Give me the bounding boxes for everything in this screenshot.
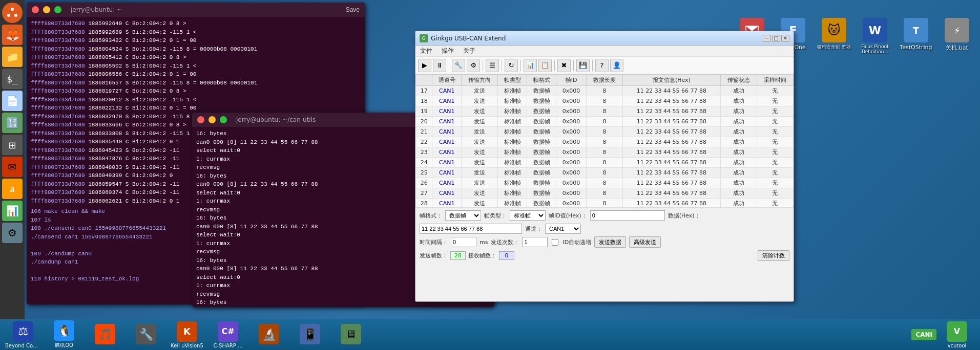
toolbar-play[interactable]: ▶ <box>418 59 431 72</box>
row-format: 数据帧 <box>527 137 556 147</box>
terminal-main-maximize[interactable] <box>54 6 61 13</box>
col-index <box>416 75 432 86</box>
terminal-second-minimize[interactable] <box>208 116 216 123</box>
advanced-send-button[interactable]: 高级发送 <box>629 236 661 248</box>
launcher-amazon[interactable]: a <box>2 179 23 199</box>
taskbar-qq[interactable]: 🐧 腾讯QQ <box>46 320 82 349</box>
toolbar-list[interactable]: ☰ <box>486 59 499 72</box>
launcher-mail[interactable]: ✉ <box>2 157 23 177</box>
row-len: 8 <box>586 188 622 199</box>
data-input[interactable] <box>420 224 522 234</box>
launcher-ubuntu[interactable] <box>2 3 23 23</box>
col-time: 采样时间 <box>757 75 793 86</box>
launcher-terminal[interactable]: $_ <box>2 69 23 89</box>
row-dir: 发送 <box>462 137 498 147</box>
taskbar-app9[interactable]: 🖥 <box>333 324 369 345</box>
launcher-firefox[interactable]: 🦊 <box>2 25 23 45</box>
toolbar-sep-7 <box>592 60 593 71</box>
taskbar-music[interactable]: 🎵 <box>87 324 123 345</box>
terminal-line-8: ffff8800733d7680 1886016557 S Bo:2:004:2… <box>31 79 361 88</box>
time-input[interactable] <box>451 237 476 247</box>
row-frame-id: 0x000 <box>556 158 587 168</box>
toolbar-pause[interactable]: ⏸ <box>433 59 446 72</box>
terminal-main-minimize[interactable] <box>43 6 50 13</box>
row-dir: 发送 <box>462 117 498 127</box>
taskbar-vcutool[interactable]: V vcutool <box>939 321 975 348</box>
toolbar-refresh[interactable]: ↻ <box>505 59 518 72</box>
toolbar-save[interactable]: 💾 <box>576 59 590 72</box>
send-count-input[interactable] <box>522 237 548 247</box>
toolbar-help[interactable]: ? <box>595 59 609 72</box>
launcher-green[interactable]: 📊 <box>2 201 23 221</box>
row-dir: 发送 <box>462 86 498 96</box>
toolbar-sep-6 <box>573 60 574 71</box>
row-len: 8 <box>586 117 622 127</box>
terminal-main-close[interactable] <box>32 6 39 13</box>
terminal-line-5: ffff8800733d7680 1886005412 C Bo:2:004:2… <box>31 53 361 62</box>
row-format: 数据帧 <box>527 117 556 127</box>
desktop-icon-mao[interactable]: 🐱 猫狗安全刻 览器 <box>816 18 852 54</box>
row-type: 标准帧 <box>498 147 527 158</box>
vcutool-label: vcutool <box>948 343 967 348</box>
col-len: 数据长度 <box>586 75 622 86</box>
send-count-label: 发送次数： <box>491 238 519 246</box>
channel-select[interactable]: CAN1 <box>545 224 581 234</box>
taskbar-app8[interactable]: 📱 <box>292 324 328 345</box>
row-dir: 发送 <box>462 147 498 158</box>
row-dir: 发送 <box>462 178 498 188</box>
ginkgo-controls: 帧格式： 数据帧 帧类型： 标准帧 帧ID值(Hex)： 数据(Hex)： 通道… <box>415 207 794 264</box>
desktop-icon-testqstring[interactable]: T TestQString <box>898 18 934 54</box>
clear-count-button[interactable]: 清除计数 <box>758 250 789 261</box>
app8-icon: 📱 <box>300 324 320 344</box>
vcutool-icon: V <box>947 321 967 342</box>
toolbar-cross[interactable]: ✖ <box>557 59 571 72</box>
launcher-files[interactable]: 📁 <box>2 47 23 67</box>
menu-about[interactable]: 关于 <box>461 46 477 56</box>
col-dir: 传输方向 <box>462 75 498 86</box>
toolbar-table[interactable]: 📋 <box>538 59 552 72</box>
row-format: 数据帧 <box>527 158 556 168</box>
toolbar-chart[interactable]: 📊 <box>524 59 537 72</box>
menu-file[interactable]: 文件 <box>418 46 434 56</box>
frame-type-select[interactable]: 标准帧 <box>510 210 546 221</box>
frame-id-input[interactable] <box>590 210 665 221</box>
data-label: 数据(Hex)： <box>668 212 700 220</box>
frame-format-select[interactable]: 数据帧 <box>445 210 481 221</box>
terminal-second-close[interactable] <box>197 116 204 123</box>
taskbar-csharp[interactable]: C# C-SHARP ... <box>210 321 246 348</box>
svg-point-3 <box>7 14 10 17</box>
ginkgo-close[interactable]: ✕ <box>781 35 789 42</box>
ginkgo-maximize[interactable]: □ <box>772 35 780 42</box>
desktop-icon-ficus-pinout[interactable]: W Ficus Pinout Definition... <box>857 18 893 54</box>
terminal-line-3: ffff8800733d7680 1885993422 C Bi:2:004:2… <box>31 36 361 45</box>
row-type: 标准帧 <box>498 127 527 137</box>
toolbar-user[interactable]: 👤 <box>610 59 623 72</box>
taskbar-keil[interactable]: K Keil uVision5 <box>169 321 205 348</box>
launcher-calc[interactable]: 🔢 <box>2 113 23 133</box>
toolbar-wrench[interactable]: 🔧 <box>452 59 465 72</box>
menu-operation[interactable]: 操作 <box>440 46 456 56</box>
auto-inc-checkbox[interactable] <box>552 239 558 246</box>
row-dir: 发送 <box>462 127 498 137</box>
row-index: 26 <box>416 178 432 188</box>
send-data-button[interactable]: 发送数据 <box>594 236 626 248</box>
row-time: 无 <box>757 168 793 178</box>
terminal-line-2: ffff8800733d7680 1885992689 S Bi:2:004:2… <box>31 28 361 37</box>
terminal-second-maximize[interactable] <box>220 116 227 123</box>
toolbar-gear[interactable]: ⚙ <box>467 59 480 72</box>
launcher-soffice[interactable]: ⊞ <box>2 135 23 155</box>
row-index: 24 <box>416 158 432 168</box>
taskbar-app7[interactable]: 🔬 <box>251 324 287 345</box>
launcher-settings[interactable]: ⚙ <box>2 223 23 243</box>
taskbar-beyond-compare[interactable]: ⚖ Beyond Compare 4 <box>5 321 41 348</box>
toolbar-sep-3 <box>502 60 502 71</box>
terminal-main-save[interactable]: Save <box>346 6 360 13</box>
time-label: 时间间隔： <box>420 238 448 246</box>
launcher-gedit[interactable]: 📄 <box>2 91 23 111</box>
ginkgo-minimize[interactable]: ─ <box>763 35 771 42</box>
taskbar-app4[interactable]: 🔧 <box>128 324 164 345</box>
desktop-icon-guanji[interactable]: ⚡ 关机.bat <box>939 18 975 54</box>
ficus-pinout-label: Ficus Pinout Definition... <box>857 44 893 54</box>
row-frame-id: 0x000 <box>556 96 587 106</box>
row-index: 20 <box>416 117 432 127</box>
